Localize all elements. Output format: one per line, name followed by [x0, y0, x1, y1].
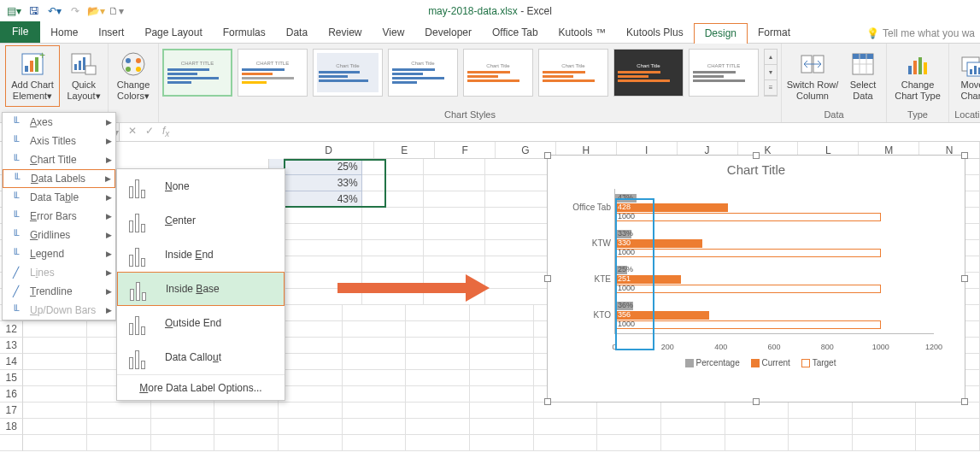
svg-point-12: [136, 58, 141, 63]
chart-legend[interactable]: Percentage Current Target: [548, 358, 965, 367]
chart-style-1[interactable]: CHART TITLE: [162, 49, 232, 97]
axis-titles-icon: ╙: [8, 133, 23, 149]
chart-style-2[interactable]: CHART TITLE: [238, 49, 308, 97]
tab-page-layout[interactable]: Page Layout: [134, 23, 212, 43]
trendline-icon: ╱: [8, 284, 23, 299]
tab-view[interactable]: View: [373, 23, 415, 43]
tab-data[interactable]: Data: [276, 23, 318, 43]
chart-styles-scroll[interactable]: ▴▾≡: [764, 49, 778, 97]
menu-trendline[interactable]: ╱Trendline▶: [3, 282, 115, 301]
chart-styles-gallery[interactable]: CHART TITLE CHART TITLE Chart Title Char…: [162, 45, 778, 97]
change-colors-label: ChangeColors▾: [117, 79, 150, 102]
add-chart-element-icon: +: [19, 50, 46, 78]
menu-up-down-bars: ╙Up/Down Bars▶: [3, 301, 115, 320]
data-labels-highlight: [615, 198, 654, 350]
chart-title[interactable]: Chart Title: [548, 162, 965, 177]
move-chart-icon: [959, 50, 980, 78]
svg-rect-25: [924, 62, 927, 74]
svg-point-14: [136, 67, 141, 72]
chart-style-8[interactable]: CHART TITLE: [689, 49, 759, 97]
group-location: Location: [954, 108, 980, 121]
enter-icon[interactable]: ✓: [145, 125, 154, 138]
menu-lines: ╱Lines▶: [3, 263, 115, 282]
up-down-bars-icon: ╙: [8, 303, 23, 318]
menu-data-table[interactable]: ╙Data Table▶: [3, 188, 115, 207]
data-table-icon: ╙: [8, 190, 23, 205]
chart-style-6[interactable]: Chart Title: [538, 49, 608, 97]
file-name: may-2018-data.xlsx: [428, 5, 518, 17]
change-chart-type-icon: [904, 50, 931, 78]
tab-office-tab[interactable]: Office Tab: [482, 23, 549, 43]
menu-error-bars[interactable]: ╙Error Bars▶: [3, 207, 115, 226]
group-type: Type: [907, 108, 928, 121]
tab-formulas[interactable]: Formulas: [213, 23, 276, 43]
chart-style-4[interactable]: Chart Title: [388, 49, 458, 97]
tab-design[interactable]: Design: [694, 23, 748, 44]
add-chart-element-menu: ╙Axes▶ ╙Axis Titles▶ ╙Chart Title▶ ╙Data…: [2, 112, 116, 320]
svg-rect-3: [35, 57, 38, 72]
legend-swatch-percentage: [685, 359, 694, 367]
switch-row-column-label: Switch Row/Column: [787, 79, 839, 102]
svg-rect-29: [974, 66, 977, 74]
svg-rect-7: [79, 61, 81, 70]
tell-me-search[interactable]: 💡 Tell me what you wa: [861, 24, 980, 43]
menu-legend[interactable]: ╙Legend▶: [3, 244, 115, 263]
move-chart-label: MoveChart: [961, 79, 980, 102]
annotation-arrow: [337, 274, 490, 302]
svg-rect-24: [918, 57, 922, 74]
formula-bar: ▾ ✕ ✓ fx: [0, 123, 980, 142]
fx-icon[interactable]: fx: [162, 125, 169, 138]
svg-rect-2: [30, 61, 33, 72]
cancel-icon[interactable]: ✕: [128, 125, 137, 138]
tab-kutools[interactable]: Kutools ™: [549, 23, 616, 43]
legend-swatch-current: [751, 359, 760, 367]
submenu-inside-base[interactable]: Inside Base: [117, 272, 285, 306]
app-name: Excel: [527, 5, 552, 17]
switch-row-column-button[interactable]: Switch Row/Column: [785, 45, 840, 107]
embedded-chart[interactable]: Chart Title Office Tab43%4281000KTW33%33…: [547, 155, 965, 403]
cell-selection: [284, 159, 386, 208]
menu-axes[interactable]: ╙Axes▶: [3, 113, 115, 132]
switch-row-column-icon: [799, 50, 826, 78]
svg-text:+: +: [39, 50, 45, 62]
submenu-none[interactable]: None: [117, 169, 285, 203]
submenu-more-options[interactable]: More Data Label Options...: [117, 374, 285, 400]
svg-rect-28: [970, 69, 972, 74]
menu-data-labels[interactable]: ╙Data Labels▶: [3, 169, 115, 188]
chart-style-3[interactable]: Chart Title: [313, 49, 383, 97]
menu-axis-titles[interactable]: ╙Axis Titles▶: [3, 132, 115, 150]
tab-developer[interactable]: Developer: [414, 23, 482, 43]
submenu-inside-end[interactable]: Inside End: [117, 238, 285, 272]
quick-layout-label: QuickLayout▾: [67, 79, 100, 102]
change-colors-button[interactable]: ChangeColors▾: [112, 45, 155, 107]
svg-point-13: [126, 67, 131, 72]
chart-plot-area[interactable]: Office Tab43%4281000KTW33%3301000KTE25%2…: [614, 189, 934, 334]
chart-style-7[interactable]: Chart Title: [613, 49, 684, 97]
tab-file[interactable]: File: [0, 21, 40, 43]
add-chart-element-button[interactable]: + Add ChartElement▾: [5, 45, 60, 107]
select-data-button[interactable]: SelectData: [843, 45, 883, 107]
select-data-icon: [849, 50, 877, 78]
tab-review[interactable]: Review: [318, 23, 372, 43]
tab-kutools-plus[interactable]: Kutools Plus: [616, 23, 694, 43]
submenu-outside-end[interactable]: Outside End: [117, 306, 285, 340]
tab-format[interactable]: Format: [748, 23, 801, 43]
change-chart-type-button[interactable]: ChangeChart Type: [890, 45, 945, 107]
tab-insert[interactable]: Insert: [88, 23, 134, 43]
chart-x-axis: 020040060080010001200: [614, 343, 934, 355]
move-chart-button[interactable]: MoveChart: [953, 45, 980, 107]
select-data-label: SelectData: [850, 79, 877, 102]
svg-rect-22: [908, 66, 912, 74]
submenu-data-callout[interactable]: Data Callout: [117, 340, 285, 374]
svg-rect-6: [74, 64, 77, 70]
submenu-center[interactable]: Center: [117, 203, 285, 238]
data-labels-submenu: None Center Inside End Inside Base Outsi…: [116, 168, 285, 401]
menu-gridlines[interactable]: ╙Gridlines▶: [3, 226, 115, 244]
tab-home[interactable]: Home: [40, 23, 88, 43]
menu-chart-title[interactable]: ╙Chart Title▶: [3, 150, 115, 169]
add-chart-element-label: Add ChartElement▾: [11, 79, 54, 102]
svg-rect-18: [853, 54, 873, 59]
chart-title-icon: ╙: [8, 152, 23, 167]
chart-style-5[interactable]: Chart Title: [463, 49, 533, 97]
quick-layout-button[interactable]: QuickLayout▾: [63, 45, 104, 107]
